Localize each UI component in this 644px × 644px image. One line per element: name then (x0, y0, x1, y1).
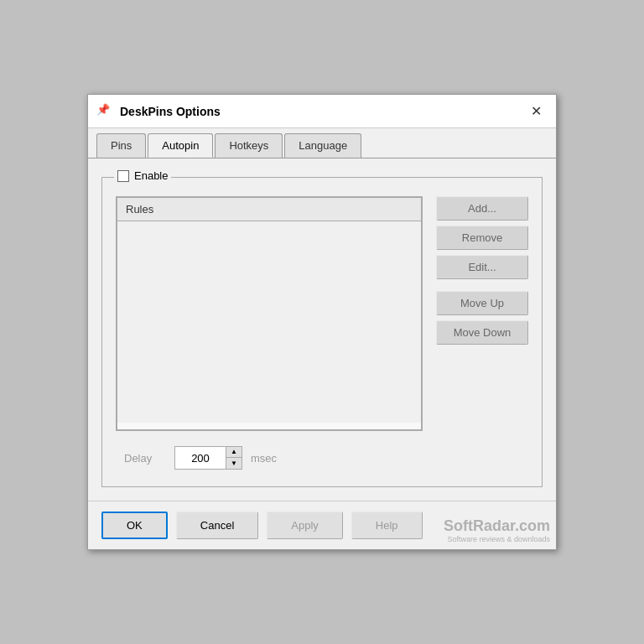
remove-button[interactable]: Remove (436, 226, 528, 250)
edit-button[interactable]: Edit... (436, 255, 528, 279)
close-button[interactable]: ✕ (524, 100, 548, 123)
rules-header: Rules (117, 198, 421, 221)
spin-down-button[interactable]: ▼ (226, 458, 242, 469)
enable-label-wrapper: Enable (114, 169, 171, 182)
tab-pins[interactable]: Pins (96, 133, 146, 158)
ok-button[interactable]: OK (101, 512, 168, 539)
help-button[interactable]: Help (351, 512, 423, 539)
tab-hotkeys[interactable]: Hotkeys (215, 133, 283, 158)
group-content: Rules Add... Remove Edit... Move Up Move… (116, 196, 528, 431)
enable-group: Enable Rules Add... Remove Edit... Move … (101, 177, 543, 487)
app-icon: 📌 (96, 103, 113, 120)
title-bar: 📌 DeskPins Options ✕ (88, 95, 556, 128)
delay-label: Delay (124, 452, 166, 465)
tab-autopin[interactable]: Autopin (148, 133, 213, 158)
move-down-button[interactable]: Move Down (436, 320, 528, 345)
delay-input-wrapper: ▲ ▼ (174, 446, 242, 470)
spinner-buttons: ▲ ▼ (226, 447, 242, 469)
rules-panel: Rules (116, 196, 423, 431)
cancel-button[interactable]: Cancel (176, 512, 258, 539)
buttons-panel: Add... Remove Edit... Move Up Move Down (436, 196, 528, 431)
delay-row: Delay ▲ ▼ msec (116, 446, 528, 470)
apply-button[interactable]: Apply (267, 512, 343, 539)
msec-label: msec (251, 452, 277, 465)
spin-up-button[interactable]: ▲ (226, 447, 242, 458)
window-title: DeskPins Options (120, 105, 221, 118)
footer: OK Cancel Apply Help (88, 501, 556, 549)
tab-bar: Pins Autopin Hotkeys Language (88, 128, 556, 158)
tab-language[interactable]: Language (284, 133, 361, 158)
enable-text: Enable (134, 169, 168, 182)
enable-checkbox[interactable] (117, 170, 129, 182)
title-bar-left: 📌 DeskPins Options (96, 103, 221, 120)
move-up-button[interactable]: Move Up (436, 291, 528, 315)
delay-input[interactable] (175, 447, 226, 469)
content-area: Enable Rules Add... Remove Edit... Move … (88, 158, 556, 501)
add-button[interactable]: Add... (436, 196, 528, 221)
rules-body[interactable] (117, 221, 421, 423)
main-window: 📌 DeskPins Options ✕ Pins Autopin Hotkey… (87, 94, 557, 550)
